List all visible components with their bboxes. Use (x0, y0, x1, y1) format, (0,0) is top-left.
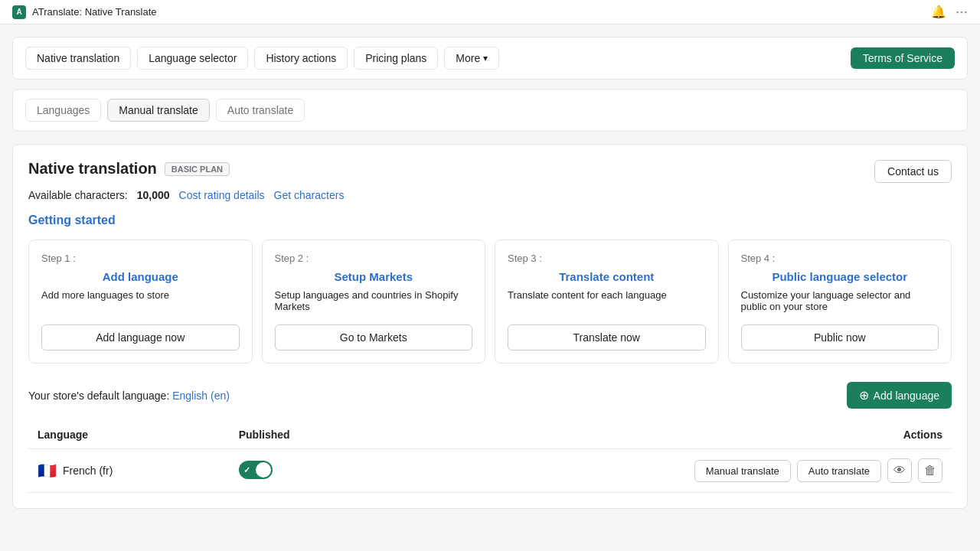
page-wrapper: Native translation Language selector His… (0, 24, 980, 551)
go-to-markets-button[interactable]: Go to Markets (275, 324, 473, 350)
step-4-label: Step 4 : (741, 253, 939, 264)
step-card-2: Step 2 : Setup Markets Setup languages a… (262, 240, 486, 364)
add-language-button[interactable]: ⊕ Add language (847, 382, 952, 409)
content-header: Native translation BASIC PLAN Contact us (28, 160, 952, 183)
nav-more-label: More (456, 52, 480, 64)
steps-grid: Step 1 : Add language Add more languages… (28, 240, 952, 364)
flag-icon: 🇫🇷 (38, 461, 57, 480)
nav-more[interactable]: More ▾ (444, 47, 499, 70)
language-name: French (fr) (63, 465, 113, 477)
subnav-languages[interactable]: Languages (25, 99, 101, 122)
chars-row: Available characters: 10,000 Cost rating… (28, 189, 952, 201)
table-row: 🇫🇷 French (fr) ✓ Manual tran (28, 449, 952, 493)
published-toggle[interactable]: ✓ (239, 461, 273, 479)
app-icon: A (12, 5, 26, 19)
eye-icon: 👁 (893, 464, 906, 478)
nav-history-actions[interactable]: History actions (254, 47, 348, 70)
default-lang-info: Your store's default language: English (… (28, 390, 230, 402)
get-characters-link[interactable]: Get characters (274, 189, 345, 201)
delete-icon-button[interactable]: 🗑 (918, 458, 942, 483)
step-2-title: Setup Markets (275, 270, 473, 283)
step-1-desc: Add more languages to store (41, 289, 240, 312)
manual-translate-button[interactable]: Manual translate (694, 460, 791, 482)
default-lang-value[interactable]: English (en) (172, 390, 230, 402)
trash-icon: 🗑 (924, 464, 936, 478)
step-1-label: Step 1 : (41, 253, 240, 264)
lang-cell: 🇫🇷 French (fr) (28, 449, 230, 493)
step-card-1: Step 1 : Add language Add more languages… (28, 240, 253, 364)
col-language: Language (28, 421, 230, 449)
title-bar-left: A ATranslate: Native Translate (12, 5, 157, 19)
bell-icon[interactable]: 🔔 (931, 5, 946, 19)
nav-pricing-plans[interactable]: Pricing plans (354, 47, 438, 70)
plus-icon: ⊕ (859, 388, 869, 403)
lang-cell-inner: 🇫🇷 French (fr) (38, 461, 220, 480)
nav-language-selector[interactable]: Language selector (137, 47, 248, 70)
chars-count: 10,000 (137, 189, 170, 201)
app-title: ATranslate: Native Translate (32, 6, 157, 18)
step-3-label: Step 3 : (508, 253, 706, 264)
more-dots-icon[interactable]: ⋯ (956, 5, 968, 19)
row-actions: Manual translate Auto translate 👁 🗑 (388, 458, 942, 483)
chars-label: Available characters: (28, 189, 128, 201)
step-3-desc: Translate content for each language (508, 289, 706, 312)
cost-rating-link[interactable]: Cost rating details (179, 189, 265, 201)
check-icon: ✓ (243, 465, 250, 474)
view-icon-button[interactable]: 👁 (887, 458, 912, 483)
subnav-auto-translate[interactable]: Auto translate (216, 99, 305, 122)
step-2-label: Step 2 : (275, 253, 473, 264)
step-1-title: Add language (41, 270, 240, 283)
top-nav: Native translation Language selector His… (12, 37, 968, 80)
nav-translation[interactable]: Native translation (25, 47, 131, 70)
step-4-desc: Customize your language selector and pub… (741, 289, 939, 312)
default-lang-row: Your store's default language: English (… (28, 379, 952, 412)
terms-of-service-button[interactable]: Terms of Service (851, 47, 955, 69)
content-header-left: Native translation BASIC PLAN (28, 160, 230, 178)
chevron-down-icon: ▾ (483, 53, 488, 64)
title-bar-right: 🔔 ⋯ (931, 5, 968, 19)
step-3-title: Translate content (508, 270, 706, 283)
language-table: Language Published Actions 🇫🇷 French (fr… (28, 421, 952, 493)
page-title: Native translation (28, 160, 157, 178)
title-bar: A ATranslate: Native Translate 🔔 ⋯ (0, 0, 980, 24)
subnav-manual-translate[interactable]: Manual translate (107, 99, 210, 122)
auto-translate-button[interactable]: Auto translate (797, 460, 881, 482)
step-card-4: Step 4 : Public language selector Custom… (728, 240, 952, 364)
content-area: Native translation BASIC PLAN Contact us… (12, 144, 968, 509)
default-lang-label: Your store's default language: (28, 390, 172, 402)
step-card-3: Step 3 : Translate content Translate con… (495, 240, 719, 364)
sub-nav: Languages Manual translate Auto translat… (12, 89, 968, 132)
col-published: Published (230, 421, 379, 449)
col-actions: Actions (379, 421, 952, 449)
plan-badge: BASIC PLAN (165, 162, 230, 176)
actions-cell: Manual translate Auto translate 👁 🗑 (379, 449, 952, 493)
public-now-button[interactable]: Public now (741, 324, 939, 350)
toggle-switch[interactable]: ✓ (239, 461, 273, 479)
published-cell: ✓ (230, 449, 379, 493)
step-2-desc: Setup languages and countries in Shopify… (275, 289, 473, 312)
step-4-title: Public language selector (741, 270, 939, 283)
add-language-now-button[interactable]: Add language now (41, 324, 240, 350)
translate-now-button[interactable]: Translate now (508, 324, 706, 350)
contact-us-button[interactable]: Contact us (874, 160, 952, 183)
getting-started-title: Getting started (28, 214, 952, 227)
add-language-label: Add language (874, 390, 939, 402)
